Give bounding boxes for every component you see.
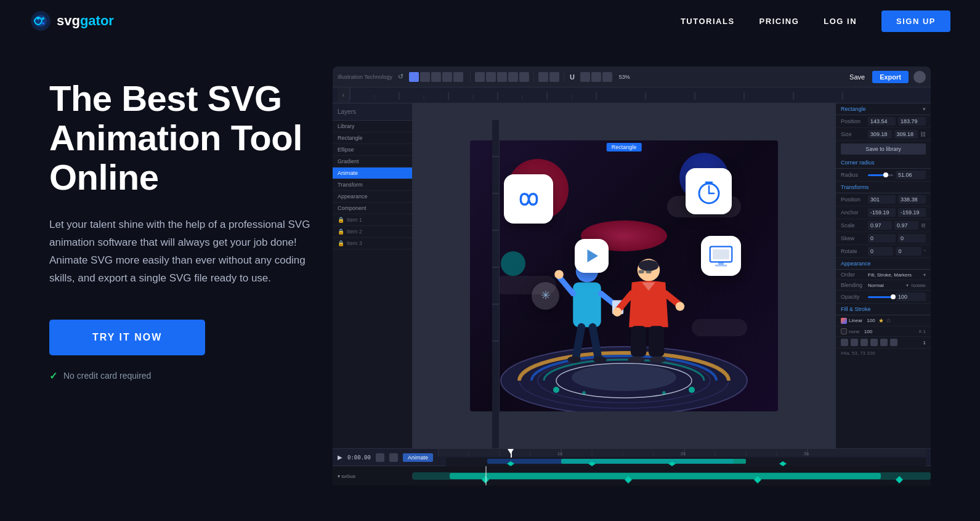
distribute-tool[interactable] — [486, 72, 496, 82]
selection-section: Rectangle ▾ — [836, 103, 931, 115]
try-it-now-button[interactable]: TRY IT NOW — [49, 320, 205, 355]
fill-add[interactable]: ☆ — [886, 317, 891, 324]
app-window: Illustration Technology ↺ — [333, 67, 931, 485]
rotate-val[interactable]: 0 — [868, 247, 893, 256]
order-dropdown-icon[interactable]: ▾ — [923, 272, 926, 278]
nav-tutorials[interactable]: TUTORIALS — [681, 17, 735, 26]
opacity-value[interactable]: 100 — [896, 293, 926, 301]
timeline-settings[interactable] — [376, 453, 384, 462]
svg-rect-49 — [631, 326, 646, 357]
icon-2[interactable] — [851, 339, 858, 346]
icon-5[interactable] — [880, 339, 888, 346]
size-h-value[interactable]: 309.18 — [894, 130, 918, 139]
image-tool[interactable] — [453, 72, 463, 82]
radius-slider[interactable] — [868, 174, 893, 176]
fill-color-swatch[interactable] — [841, 318, 847, 324]
ruler-tool[interactable] — [602, 72, 612, 82]
transform-tool[interactable] — [508, 72, 518, 82]
svg-line-33 — [559, 277, 573, 293]
icon-1[interactable] — [841, 339, 848, 346]
export-toolbar-button[interactable]: Export — [872, 71, 909, 83]
blending-dropdown-icon[interactable]: ▾ — [906, 283, 909, 288]
anchor-x[interactable]: -159.19 — [868, 208, 896, 217]
user-avatar[interactable] — [913, 71, 926, 83]
pos2-label: Position — [841, 196, 865, 203]
save-to-library-button[interactable]: Save to library — [841, 143, 926, 155]
rotate-val2[interactable]: 0 — [896, 247, 921, 256]
order-row: Order Fill, Stroke, Markers ▾ — [836, 270, 931, 280]
scale-x[interactable]: 0.97 — [868, 221, 892, 230]
canvas-area[interactable]: Rectangle — [413, 103, 835, 448]
floating-icon-infinity — [504, 174, 553, 224]
logo-icon — [30, 10, 52, 32]
svg-rect-32 — [573, 282, 601, 327]
logo[interactable]: svggator — [30, 10, 114, 32]
svg-rect-65 — [492, 119, 500, 448]
svg-point-4 — [42, 22, 44, 25]
timeline-keyframe[interactable] — [389, 453, 398, 462]
scale-y[interactable]: 0.97 — [894, 221, 918, 230]
boolean-tool[interactable] — [538, 72, 548, 82]
position-y-value[interactable]: 183.79 — [898, 117, 926, 126]
timeline-keyframe-track[interactable] — [413, 466, 931, 485]
ruler-svg — [350, 87, 926, 103]
figure-right — [612, 254, 686, 378]
play-button[interactable]: ▶ — [338, 454, 342, 461]
signup-button[interactable]: SIGN UP — [881, 10, 950, 32]
timer-svg — [694, 176, 724, 207]
radius-value[interactable]: 51.06 — [896, 171, 926, 179]
text-tool[interactable] — [442, 72, 452, 82]
timeline-layer-label-area: ▾ svGus — [333, 474, 413, 479]
svg-text:✳: ✳ — [541, 288, 551, 301]
timeline: ▶ 0:00.00 Animate 1s — [333, 448, 931, 485]
position-x-value[interactable]: 143.54 — [868, 117, 896, 126]
pos2-x[interactable]: 301 — [868, 195, 896, 204]
nav-login[interactable]: LOG IN — [824, 17, 857, 26]
size-w-value[interactable]: 309.18 — [868, 130, 892, 139]
pos2-y[interactable]: 338.38 — [898, 195, 926, 204]
skew-x[interactable]: 0 — [868, 234, 896, 243]
anchor-y[interactable]: -159.19 — [898, 208, 926, 217]
link-icon[interactable]: ⛓ — [920, 131, 926, 137]
layer-tool[interactable] — [580, 72, 590, 82]
canvas: Rectangle — [470, 140, 778, 411]
path-tool[interactable] — [519, 72, 529, 82]
scale-link[interactable]: ⛓ — [921, 223, 926, 228]
shape-tool[interactable] — [431, 72, 441, 82]
svg-rect-94 — [561, 459, 746, 464]
skew-y[interactable]: 0 — [898, 234, 926, 243]
icon-4[interactable] — [870, 339, 878, 346]
zoom-level[interactable]: 53% — [619, 74, 630, 80]
floating-icon-timer — [686, 168, 732, 214]
scale-label: Scale — [841, 222, 865, 228]
fill-star[interactable]: ★ — [878, 317, 884, 324]
nav-pricing[interactable]: PRICING — [759, 17, 800, 26]
svg-point-29 — [582, 391, 586, 395]
stroke-color-swatch[interactable] — [841, 328, 847, 334]
app-toolbar: Illustration Technology ↺ — [333, 67, 931, 87]
grid-tool[interactable] — [591, 72, 601, 82]
svg-text:1s: 1s — [557, 451, 562, 456]
rotate-degrees: ° — [924, 249, 926, 254]
underline-icon[interactable]: U — [570, 73, 575, 81]
hex-value-display: #4a, 53, 73 100 — [836, 349, 931, 358]
pen-tool[interactable] — [420, 72, 430, 82]
opacity-row: Opacity 100 — [836, 291, 931, 304]
undo-icon[interactable]: ↺ — [398, 73, 403, 81]
timeline-track-svg — [413, 466, 931, 485]
save-toolbar-button[interactable]: Save — [844, 72, 870, 82]
opacity-slider[interactable] — [868, 296, 893, 298]
zoom-tool[interactable] — [549, 72, 559, 82]
expand-icon[interactable]: ▾ — [923, 106, 926, 112]
editor-area: Layers Library Rectangle Ellipse Gradien… — [333, 103, 931, 448]
hero-left: The Best SVG Animation Tool Online Let y… — [49, 67, 345, 382]
no-cc-text: No credit card required — [63, 371, 151, 381]
icon-6[interactable] — [890, 339, 897, 346]
radius-label: Radius — [841, 172, 865, 178]
timeline-track-area[interactable]: 1s 2s 3s — [438, 449, 926, 466]
group-tool[interactable] — [497, 72, 507, 82]
align-tool[interactable] — [475, 72, 485, 82]
animate-button[interactable]: Animate — [403, 453, 433, 462]
icon-3[interactable] — [861, 339, 868, 346]
cursor-tool[interactable] — [409, 72, 419, 82]
